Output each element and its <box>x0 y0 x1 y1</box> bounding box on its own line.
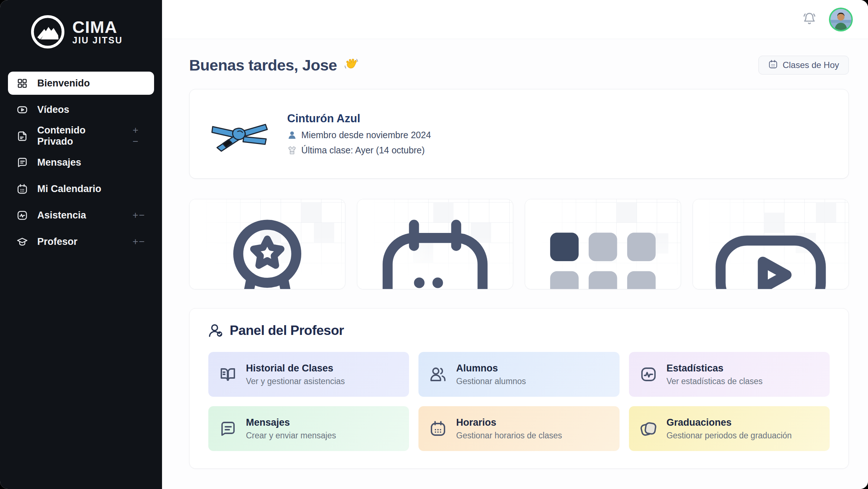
users-icon <box>429 366 447 383</box>
action-card-horarios[interactable]: Horarios Gestionar horarios de clases <box>418 406 619 451</box>
sidebar-item-label: Asistencia <box>37 210 86 221</box>
member-since-text: Miembro desde noviembre 2024 <box>301 130 431 140</box>
sidebar-item-label: Profesor <box>37 236 77 247</box>
main-area: Buenas tardes, Jose <box>162 0 868 489</box>
action-card-alumnos[interactable]: Alumnos Gestionar alumnos <box>418 352 619 397</box>
belt-card: Cinturón Azul Miembro desde noviembre 20… <box>189 89 849 179</box>
sidebar-item-contenido-privado[interactable]: Contenido Privado +− <box>8 124 154 148</box>
page-greeting: Buenas tardes, Jose <box>189 56 337 74</box>
brand-name: CIMA <box>72 18 123 36</box>
action-card-subtitle: Gestionar alumnos <box>456 377 526 386</box>
private-note-icon <box>17 131 28 142</box>
brand-subname: JIU JITSU <box>72 36 123 45</box>
sidebar-item-profesor[interactable]: Profesor +− <box>8 230 154 253</box>
action-card-title: Estadísticas <box>667 363 763 374</box>
action-card-subtitle: Ver estadísticas de clases <box>667 377 763 386</box>
sidebar-item-videos[interactable]: Vídeos <box>8 98 154 121</box>
dashboard-content: Buenas tardes, Jose <box>162 39 868 469</box>
sidebar-item-label: Bienvenido <box>37 78 90 89</box>
stat-card-clases-total: 59 Clases (desde 16 junio) <box>357 199 513 289</box>
expand-collapse-control[interactable]: +− <box>133 125 145 147</box>
graduation-cap-icon <box>17 236 28 247</box>
action-card-title: Mensajes <box>246 417 336 428</box>
sidebar-nav: Bienvenido Vídeos Contenido Privado +− <box>0 72 162 253</box>
stat-card-videos-total: 18 Vídeos en total <box>693 199 849 289</box>
notifications-button[interactable] <box>801 12 817 27</box>
action-card-title: Graduaciones <box>667 417 792 428</box>
stats-row: 15 Clases este mes 59 Clases (desde 16 j… <box>189 199 849 289</box>
waving-hand-icon <box>343 57 359 73</box>
bell-icon <box>803 12 816 27</box>
user-avatar[interactable] <box>830 9 851 30</box>
sidebar-item-bienvenido[interactable]: Bienvenido <box>8 72 154 95</box>
sidebar-item-mi-calendario[interactable]: Mi Calendario <box>8 177 154 200</box>
sidebar-item-label: Contenido Privado <box>37 125 123 147</box>
schedule-calendar-icon <box>429 420 447 437</box>
expand-collapse-control[interactable]: +− <box>132 236 145 247</box>
karate-gi-icon <box>287 145 297 155</box>
last-class-text: Última clase: Ayer (14 octubre) <box>301 145 425 156</box>
action-card-subtitle: Gestionar periodos de graduación <box>667 431 792 441</box>
message-icon <box>219 420 237 437</box>
activity-square-icon <box>17 210 28 221</box>
action-card-historial-clases[interactable]: Historial de Clases Ver y gestionar asis… <box>208 352 409 397</box>
action-card-subtitle: Crear y enviar mensajes <box>246 431 336 441</box>
teacher-panel: Panel del Profesor Historial de Clases V… <box>189 308 849 469</box>
app-window: CIMA JIU JITSU Bienvenido Vídeos <box>0 0 868 489</box>
action-card-title: Historial de Clases <box>246 363 345 374</box>
topbar <box>162 0 868 39</box>
open-book-icon <box>219 366 237 383</box>
sidebar-item-mensajes[interactable]: Mensajes <box>8 151 154 174</box>
today-classes-label: Clases de Hoy <box>783 60 839 70</box>
sidebar-item-asistencia[interactable]: Asistencia +− <box>8 204 154 227</box>
mountain-circle-icon <box>30 14 65 49</box>
action-card-title: Alumnos <box>456 363 526 374</box>
sidebar-item-label: Mi Calendario <box>37 183 101 195</box>
action-card-subtitle: Gestionar horarios de clases <box>456 431 562 441</box>
belts-overlap-icon <box>640 420 657 437</box>
calendar-icon <box>17 183 28 195</box>
brand: CIMA JIU JITSU <box>0 0 162 49</box>
belt-title: Cinturón Azul <box>287 112 431 125</box>
action-card-estadisticas[interactable]: Estadísticas Ver estadísticas de clases <box>629 352 830 397</box>
action-card-mensajes[interactable]: Mensajes Crear y enviar mensajes <box>208 406 409 451</box>
calendar-icon <box>768 59 778 71</box>
stat-card-clases-mes: 15 Clases este mes <box>189 199 345 289</box>
expand-collapse-control[interactable]: +− <box>132 210 145 221</box>
message-icon <box>17 157 28 168</box>
action-card-graduaciones[interactable]: Graduaciones Gestionar periodos de gradu… <box>629 406 830 451</box>
blue-belt-illustration <box>210 116 268 152</box>
teacher-panel-grid: Historial de Clases Ver y gestionar asis… <box>208 352 830 451</box>
dashboard-grid-icon <box>17 78 28 89</box>
action-card-title: Horarios <box>456 417 562 428</box>
activity-square-icon <box>640 366 657 383</box>
user-check-icon <box>208 323 224 338</box>
sidebar-item-label: Vídeos <box>37 104 69 115</box>
action-card-subtitle: Ver y gestionar asistencias <box>246 377 345 386</box>
sidebar: CIMA JIU JITSU Bienvenido Vídeos <box>0 0 162 489</box>
person-icon <box>287 130 297 140</box>
sidebar-item-label: Mensajes <box>37 157 81 168</box>
teacher-panel-title: Panel del Profesor <box>230 323 344 338</box>
video-icon <box>17 104 28 115</box>
today-classes-button[interactable]: Clases de Hoy <box>758 56 849 75</box>
stat-card-dias-seguidos: 6 Días seguidos <box>525 199 681 289</box>
